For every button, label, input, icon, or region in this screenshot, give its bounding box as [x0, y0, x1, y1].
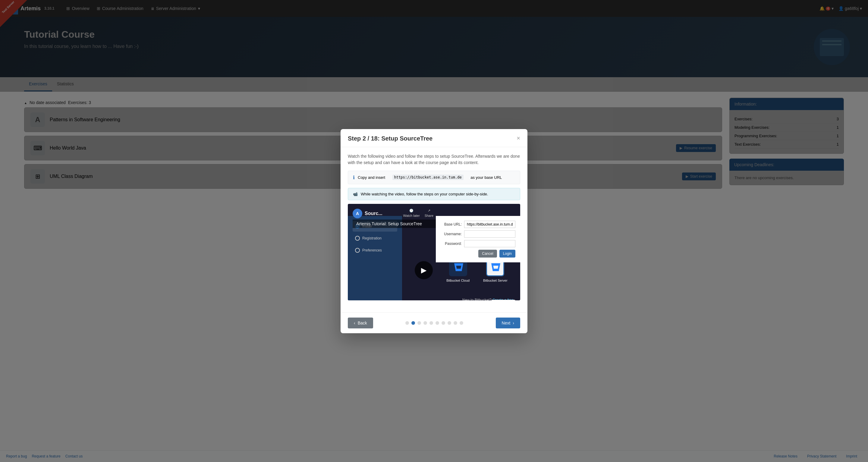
video-container: A Sourc... Artemis Tutorial: Setup Sourc…: [348, 204, 520, 300]
close-x-icon: [517, 135, 520, 141]
video-artemis-logo: A Sourc...: [352, 209, 382, 218]
video-login-area: Base URL: Username: Password:: [436, 216, 520, 262]
video-inner: Install Registration Preferences: [348, 216, 520, 300]
video-camera-icon: [353, 192, 358, 196]
share-icon: ↗: [428, 209, 430, 212]
video-sidebar: Install Registration Preferences: [348, 216, 402, 300]
video-source-label: Sourc...: [365, 211, 382, 216]
base-url-input[interactable]: [464, 221, 516, 228]
video-main: Base URL: Username: Password:: [402, 216, 520, 300]
password-input[interactable]: [464, 240, 516, 247]
dot-3[interactable]: [417, 321, 421, 325]
video-continue-button[interactable]: Continue: [491, 300, 516, 300]
dot-4[interactable]: [424, 321, 427, 325]
info-box-url: Copy and insert https://bitbucket.ase.in…: [348, 171, 520, 184]
modal-footer: Back Next: [341, 312, 527, 333]
modal-dialog: Step 2 / 18: Setup SourceTree Watch the …: [341, 129, 527, 333]
username-label-field: Username:: [441, 232, 462, 236]
dot-6[interactable]: [435, 321, 439, 325]
base-url-label: Base URL:: [441, 222, 462, 227]
dot-8[interactable]: [447, 321, 451, 325]
clock-icon: 🕐: [409, 209, 413, 212]
dot-7[interactable]: [441, 321, 445, 325]
form-buttons: Cancel Login: [441, 250, 516, 258]
info-box-text-after: as your base URL: [470, 175, 502, 180]
login-button[interactable]: Login: [499, 250, 516, 258]
modal-overlay[interactable]: Step 2 / 18: Setup SourceTree Watch the …: [0, 0, 868, 462]
dot-1[interactable]: [405, 321, 409, 325]
info-box-video-note: While watching the video, follow the ste…: [348, 188, 520, 200]
dot-5[interactable]: [430, 321, 433, 325]
play-button[interactable]: [415, 261, 433, 279]
dot-10[interactable]: [460, 321, 463, 325]
bitbucket-server-label: Bitbucket Server: [483, 279, 507, 282]
arrow-left-icon: [354, 321, 355, 325]
modal-description: Watch the following video and follow the…: [348, 153, 520, 166]
info-box-code: https://bitbucket.ase.in.tum.de: [393, 175, 464, 180]
dot-2[interactable]: [411, 321, 415, 325]
video-logo-circle: A: [352, 209, 362, 218]
base-url-row: Base URL:: [441, 221, 516, 228]
modal-title: Step 2 / 18: Setup SourceTree: [348, 135, 433, 142]
video-note-text: While watching the video, follow the ste…: [361, 192, 488, 196]
password-row: Password:: [441, 240, 516, 247]
modal-close-button[interactable]: [517, 135, 520, 141]
modal-header: Step 2 / 18: Setup SourceTree: [341, 129, 527, 147]
info-box-text-before: Copy and insert: [358, 175, 385, 180]
registration-icon: [355, 236, 360, 241]
modal-body: Watch the following video and follow the…: [341, 147, 527, 312]
next-button[interactable]: Next: [496, 318, 520, 328]
video-sidebar-registration: Registration: [352, 233, 397, 244]
dot-9[interactable]: [454, 321, 457, 325]
play-icon: [421, 266, 427, 275]
pagination-dots: [405, 321, 463, 325]
username-input[interactable]: [464, 230, 516, 238]
video-option-play[interactable]: [415, 261, 433, 279]
arrow-right-icon: [513, 321, 514, 325]
video-sidebar-preferences: Preferences: [352, 245, 397, 256]
preferences-icon: [355, 248, 360, 253]
username-row: Username:: [441, 230, 516, 238]
back-button[interactable]: Back: [348, 318, 373, 328]
cancel-button[interactable]: Cancel: [478, 250, 497, 258]
password-label-field: Password:: [441, 241, 462, 246]
bitbucket-cloud-label: Bitbucket Cloud: [446, 279, 470, 282]
info-circle-icon: [353, 175, 355, 180]
